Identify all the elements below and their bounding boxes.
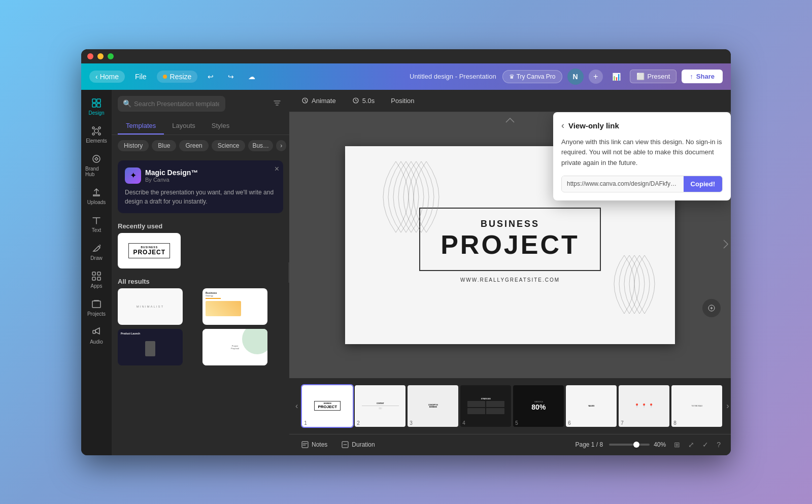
redo-button[interactable]: ↪ xyxy=(224,71,238,83)
slide-num-8: 8 xyxy=(673,420,676,426)
template-product-launch[interactable]: Product Launch xyxy=(118,329,183,365)
filmstrip-slide-7[interactable]: 📍 📍 📍 7 xyxy=(619,385,669,427)
panel-hide-button[interactable]: ‹ xyxy=(288,262,289,283)
cloud-save-button[interactable]: ☁ xyxy=(244,71,259,83)
duration-bottom-button[interactable]: Duration xyxy=(337,439,379,450)
design-icon xyxy=(91,98,101,108)
resize-button[interactable]: Resize xyxy=(157,71,198,83)
template-business-strategy[interactable]: Business Strategy xyxy=(202,288,267,325)
sidebar-item-audio[interactable]: Audio xyxy=(83,323,110,349)
tag-science[interactable]: Science xyxy=(212,140,246,151)
search-input[interactable] xyxy=(118,96,225,112)
redo-icon: ↪ xyxy=(228,73,234,81)
slide-num-2: 2 xyxy=(357,420,360,426)
sidebar-item-text[interactable]: Text xyxy=(83,211,110,237)
tab-layouts[interactable]: Layouts xyxy=(164,118,204,135)
tag-chevron-right[interactable]: › xyxy=(276,140,286,151)
popover-back-button[interactable]: ‹ xyxy=(561,120,564,131)
slide-project-text: PROJECT xyxy=(441,229,580,260)
grid-view-icon[interactable]: ⊞ xyxy=(672,439,682,451)
slide-num-3: 3 xyxy=(410,420,413,426)
popover-title: View-only link xyxy=(568,121,619,130)
try-pro-button[interactable]: ♛ Try Canva Pro xyxy=(502,70,562,83)
fullscreen-icon[interactable]: ⤢ xyxy=(686,439,696,451)
tab-styles[interactable]: Styles xyxy=(204,118,238,135)
sidebar-item-uploads[interactable]: Uploads xyxy=(83,183,110,209)
filmstrip-right-arrow[interactable]: › xyxy=(724,399,731,413)
sidebar-item-projects[interactable]: Projects xyxy=(83,295,110,321)
chevron-left-icon: ‹ xyxy=(95,73,98,81)
tab-layouts-label: Layouts xyxy=(172,122,195,129)
notes-icon xyxy=(301,441,309,448)
filmstrip-left-arrow[interactable]: ‹ xyxy=(293,399,300,413)
slide-business-text: BUSINESS xyxy=(441,219,580,229)
tag-green[interactable]: Green xyxy=(179,140,208,151)
expand-button[interactable] xyxy=(702,299,721,317)
sidebar-item-draw[interactable]: Draw xyxy=(83,239,110,265)
tag-science-label: Science xyxy=(218,142,240,149)
text-label: Text xyxy=(92,227,101,233)
sidebar-item-design[interactable]: Design xyxy=(83,94,110,120)
cloud-icon: ☁ xyxy=(248,73,255,81)
canvas-main[interactable]: BUSINESS PROJECT WWW.REALLYGREATSITE.COM xyxy=(289,112,731,378)
slider-thumb xyxy=(633,442,639,448)
filmstrip-slide-4[interactable]: STRATEGIES 4 xyxy=(460,385,511,427)
projects-label: Projects xyxy=(87,311,106,317)
present-button[interactable]: ⬜ Present xyxy=(630,70,677,83)
tab-styles-label: Styles xyxy=(212,122,229,129)
slide-num-7: 7 xyxy=(621,420,624,426)
toolbar-right: ♛ Try Canva Pro N + 📊 ⬜ Present ↑ Share xyxy=(502,69,723,85)
panel-tabs: Templates Layouts Styles xyxy=(112,118,289,135)
slider-track xyxy=(609,444,650,446)
duration-button[interactable]: 5.0s xyxy=(348,95,379,107)
page-info: Page 1 / 8 xyxy=(575,441,603,448)
file-button[interactable]: File xyxy=(131,71,151,83)
elements-label: Elements xyxy=(86,138,107,144)
share-button[interactable]: ↑ Share xyxy=(682,70,723,83)
minimize-window-btn[interactable] xyxy=(97,53,104,59)
filmstrip-slide-3[interactable]: CONCEPT INBUSINESS 3 xyxy=(408,385,458,427)
svg-point-9 xyxy=(93,155,100,162)
popover-link-text[interactable]: https://www.canva.com/design/DAFkfyccFW xyxy=(562,176,684,191)
duration-icon xyxy=(342,441,349,448)
help-icon[interactable]: ? xyxy=(715,439,723,451)
template-minimalist[interactable]: MINIMALIST xyxy=(118,288,183,325)
magic-box-close-button[interactable]: × xyxy=(275,164,279,174)
filter-icon xyxy=(273,99,281,107)
recent-template-1[interactable]: BUSINESS PROJECT xyxy=(118,233,181,268)
tag-more-button[interactable]: Bus… xyxy=(248,140,273,151)
analytics-button[interactable]: 📊 xyxy=(608,71,625,83)
sidebar-item-apps[interactable]: Apps xyxy=(83,267,110,293)
tab-templates[interactable]: Templates xyxy=(118,118,164,135)
copied-button[interactable]: Copied! xyxy=(684,176,722,192)
filmstrip-slide-2[interactable]: CONTENT • Item 1 • Item 2 2 xyxy=(355,385,405,427)
filmstrip-slide-1[interactable]: BUSINESS PROJECT 1 xyxy=(302,385,353,427)
maximize-window-btn[interactable] xyxy=(108,53,114,59)
scroll-right-button[interactable] xyxy=(723,239,729,251)
filmstrip-slide-6[interactable]: VALUES 6 xyxy=(566,385,617,427)
check-icon[interactable]: ✓ xyxy=(700,439,710,451)
tag-blue[interactable]: Blue xyxy=(152,140,176,151)
add-collaborator-button[interactable]: + xyxy=(589,70,603,84)
filter-button[interactable] xyxy=(271,97,283,111)
filmstrip-slide-5[interactable]: STATISTICS 80% 5 xyxy=(513,385,564,427)
slide-num-6: 6 xyxy=(568,420,571,426)
svg-rect-15 xyxy=(93,330,95,333)
filmstrip-slide-8[interactable]: TESTIMONIALS 8 xyxy=(671,385,722,427)
avatar[interactable]: N xyxy=(567,69,584,85)
close-window-btn[interactable] xyxy=(87,53,93,59)
scroll-up-button[interactable] xyxy=(505,116,515,125)
animate-button[interactable]: Animate xyxy=(297,95,340,107)
undo-button[interactable]: ↩ xyxy=(204,71,218,83)
position-button[interactable]: Position xyxy=(387,95,418,107)
sidebar-item-brand[interactable]: Brand Hub xyxy=(83,150,110,181)
tag-history[interactable]: History xyxy=(118,140,149,151)
template-project-proposal[interactable]: ProjectProposal xyxy=(202,329,267,365)
sidebar-item-elements[interactable]: Elements xyxy=(83,122,110,148)
zoom-slider[interactable]: 40% xyxy=(609,441,666,448)
draw-label: Draw xyxy=(90,255,102,261)
tag-more-label: Bus… xyxy=(252,142,269,149)
resize-label: Resize xyxy=(170,73,192,81)
home-button[interactable]: ‹ Home xyxy=(89,71,125,83)
notes-button[interactable]: Notes xyxy=(297,439,331,450)
